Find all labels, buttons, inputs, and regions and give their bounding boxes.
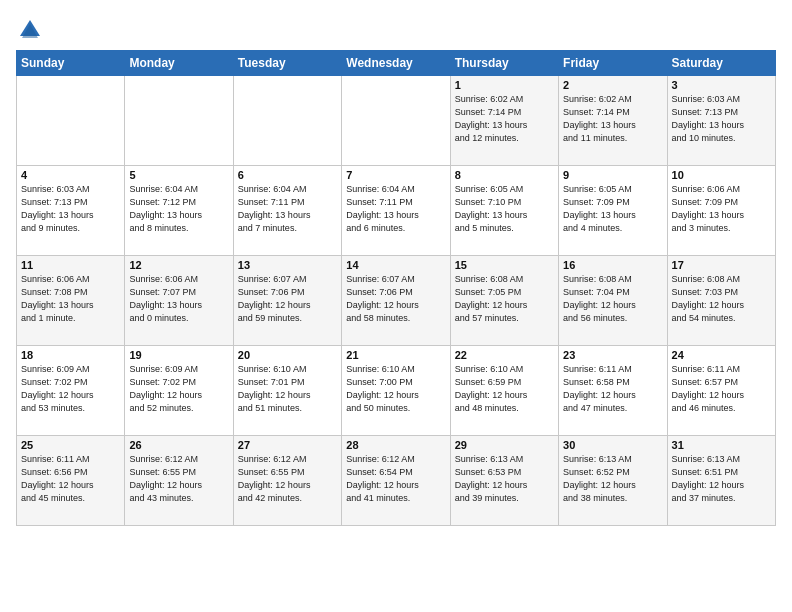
column-header-saturday: Saturday <box>667 51 775 76</box>
calendar-cell <box>233 76 341 166</box>
column-header-sunday: Sunday <box>17 51 125 76</box>
day-info: Sunrise: 6:06 AM Sunset: 7:07 PM Dayligh… <box>129 273 228 325</box>
day-number: 14 <box>346 259 445 271</box>
calendar-cell: 20Sunrise: 6:10 AM Sunset: 7:01 PM Dayli… <box>233 346 341 436</box>
day-info: Sunrise: 6:10 AM Sunset: 6:59 PM Dayligh… <box>455 363 554 415</box>
column-header-friday: Friday <box>559 51 667 76</box>
day-info: Sunrise: 6:08 AM Sunset: 7:05 PM Dayligh… <box>455 273 554 325</box>
calendar-cell: 19Sunrise: 6:09 AM Sunset: 7:02 PM Dayli… <box>125 346 233 436</box>
day-number: 25 <box>21 439 120 451</box>
day-number: 19 <box>129 349 228 361</box>
day-number: 8 <box>455 169 554 181</box>
calendar-week-row: 4Sunrise: 6:03 AM Sunset: 7:13 PM Daylig… <box>17 166 776 256</box>
day-info: Sunrise: 6:06 AM Sunset: 7:09 PM Dayligh… <box>672 183 771 235</box>
calendar-cell: 13Sunrise: 6:07 AM Sunset: 7:06 PM Dayli… <box>233 256 341 346</box>
day-number: 31 <box>672 439 771 451</box>
day-info: Sunrise: 6:07 AM Sunset: 7:06 PM Dayligh… <box>346 273 445 325</box>
day-info: Sunrise: 6:09 AM Sunset: 7:02 PM Dayligh… <box>21 363 120 415</box>
day-number: 13 <box>238 259 337 271</box>
calendar-cell: 22Sunrise: 6:10 AM Sunset: 6:59 PM Dayli… <box>450 346 558 436</box>
column-header-thursday: Thursday <box>450 51 558 76</box>
day-info: Sunrise: 6:11 AM Sunset: 6:57 PM Dayligh… <box>672 363 771 415</box>
calendar-cell: 27Sunrise: 6:12 AM Sunset: 6:55 PM Dayli… <box>233 436 341 526</box>
day-info: Sunrise: 6:09 AM Sunset: 7:02 PM Dayligh… <box>129 363 228 415</box>
calendar-cell: 9Sunrise: 6:05 AM Sunset: 7:09 PM Daylig… <box>559 166 667 256</box>
day-info: Sunrise: 6:12 AM Sunset: 6:55 PM Dayligh… <box>238 453 337 505</box>
day-number: 15 <box>455 259 554 271</box>
calendar-cell <box>17 76 125 166</box>
logo-icon <box>16 16 44 44</box>
day-number: 4 <box>21 169 120 181</box>
day-info: Sunrise: 6:04 AM Sunset: 7:12 PM Dayligh… <box>129 183 228 235</box>
day-number: 28 <box>346 439 445 451</box>
day-number: 23 <box>563 349 662 361</box>
calendar-header-row: SundayMondayTuesdayWednesdayThursdayFrid… <box>17 51 776 76</box>
day-info: Sunrise: 6:13 AM Sunset: 6:53 PM Dayligh… <box>455 453 554 505</box>
day-info: Sunrise: 6:08 AM Sunset: 7:04 PM Dayligh… <box>563 273 662 325</box>
calendar-cell: 15Sunrise: 6:08 AM Sunset: 7:05 PM Dayli… <box>450 256 558 346</box>
calendar-cell: 4Sunrise: 6:03 AM Sunset: 7:13 PM Daylig… <box>17 166 125 256</box>
day-info: Sunrise: 6:05 AM Sunset: 7:10 PM Dayligh… <box>455 183 554 235</box>
calendar-cell: 25Sunrise: 6:11 AM Sunset: 6:56 PM Dayli… <box>17 436 125 526</box>
day-number: 3 <box>672 79 771 91</box>
calendar-cell: 11Sunrise: 6:06 AM Sunset: 7:08 PM Dayli… <box>17 256 125 346</box>
calendar-cell: 6Sunrise: 6:04 AM Sunset: 7:11 PM Daylig… <box>233 166 341 256</box>
day-number: 2 <box>563 79 662 91</box>
calendar-cell <box>342 76 450 166</box>
day-number: 24 <box>672 349 771 361</box>
day-info: Sunrise: 6:03 AM Sunset: 7:13 PM Dayligh… <box>672 93 771 145</box>
day-info: Sunrise: 6:04 AM Sunset: 7:11 PM Dayligh… <box>346 183 445 235</box>
calendar-cell: 14Sunrise: 6:07 AM Sunset: 7:06 PM Dayli… <box>342 256 450 346</box>
day-number: 29 <box>455 439 554 451</box>
day-info: Sunrise: 6:02 AM Sunset: 7:14 PM Dayligh… <box>455 93 554 145</box>
day-number: 16 <box>563 259 662 271</box>
calendar-cell: 18Sunrise: 6:09 AM Sunset: 7:02 PM Dayli… <box>17 346 125 436</box>
calendar-cell: 17Sunrise: 6:08 AM Sunset: 7:03 PM Dayli… <box>667 256 775 346</box>
day-info: Sunrise: 6:07 AM Sunset: 7:06 PM Dayligh… <box>238 273 337 325</box>
day-info: Sunrise: 6:10 AM Sunset: 7:01 PM Dayligh… <box>238 363 337 415</box>
calendar-cell: 31Sunrise: 6:13 AM Sunset: 6:51 PM Dayli… <box>667 436 775 526</box>
day-info: Sunrise: 6:11 AM Sunset: 6:56 PM Dayligh… <box>21 453 120 505</box>
calendar-cell: 26Sunrise: 6:12 AM Sunset: 6:55 PM Dayli… <box>125 436 233 526</box>
calendar-cell <box>125 76 233 166</box>
day-number: 17 <box>672 259 771 271</box>
column-header-tuesday: Tuesday <box>233 51 341 76</box>
calendar-cell: 3Sunrise: 6:03 AM Sunset: 7:13 PM Daylig… <box>667 76 775 166</box>
column-header-wednesday: Wednesday <box>342 51 450 76</box>
day-info: Sunrise: 6:10 AM Sunset: 7:00 PM Dayligh… <box>346 363 445 415</box>
day-info: Sunrise: 6:04 AM Sunset: 7:11 PM Dayligh… <box>238 183 337 235</box>
calendar-cell: 24Sunrise: 6:11 AM Sunset: 6:57 PM Dayli… <box>667 346 775 436</box>
day-number: 1 <box>455 79 554 91</box>
day-number: 12 <box>129 259 228 271</box>
calendar-week-row: 18Sunrise: 6:09 AM Sunset: 7:02 PM Dayli… <box>17 346 776 436</box>
day-info: Sunrise: 6:13 AM Sunset: 6:52 PM Dayligh… <box>563 453 662 505</box>
calendar-week-row: 1Sunrise: 6:02 AM Sunset: 7:14 PM Daylig… <box>17 76 776 166</box>
calendar-cell: 1Sunrise: 6:02 AM Sunset: 7:14 PM Daylig… <box>450 76 558 166</box>
calendar-cell: 21Sunrise: 6:10 AM Sunset: 7:00 PM Dayli… <box>342 346 450 436</box>
calendar-cell: 12Sunrise: 6:06 AM Sunset: 7:07 PM Dayli… <box>125 256 233 346</box>
day-info: Sunrise: 6:05 AM Sunset: 7:09 PM Dayligh… <box>563 183 662 235</box>
day-info: Sunrise: 6:12 AM Sunset: 6:55 PM Dayligh… <box>129 453 228 505</box>
day-info: Sunrise: 6:08 AM Sunset: 7:03 PM Dayligh… <box>672 273 771 325</box>
calendar-cell: 10Sunrise: 6:06 AM Sunset: 7:09 PM Dayli… <box>667 166 775 256</box>
day-number: 30 <box>563 439 662 451</box>
calendar-cell: 29Sunrise: 6:13 AM Sunset: 6:53 PM Dayli… <box>450 436 558 526</box>
day-info: Sunrise: 6:02 AM Sunset: 7:14 PM Dayligh… <box>563 93 662 145</box>
calendar-cell: 7Sunrise: 6:04 AM Sunset: 7:11 PM Daylig… <box>342 166 450 256</box>
calendar-cell: 8Sunrise: 6:05 AM Sunset: 7:10 PM Daylig… <box>450 166 558 256</box>
calendar-cell: 16Sunrise: 6:08 AM Sunset: 7:04 PM Dayli… <box>559 256 667 346</box>
day-number: 6 <box>238 169 337 181</box>
column-header-monday: Monday <box>125 51 233 76</box>
day-info: Sunrise: 6:03 AM Sunset: 7:13 PM Dayligh… <box>21 183 120 235</box>
day-number: 20 <box>238 349 337 361</box>
calendar-cell: 28Sunrise: 6:12 AM Sunset: 6:54 PM Dayli… <box>342 436 450 526</box>
day-number: 26 <box>129 439 228 451</box>
calendar-week-row: 11Sunrise: 6:06 AM Sunset: 7:08 PM Dayli… <box>17 256 776 346</box>
day-number: 11 <box>21 259 120 271</box>
day-number: 21 <box>346 349 445 361</box>
day-info: Sunrise: 6:13 AM Sunset: 6:51 PM Dayligh… <box>672 453 771 505</box>
day-info: Sunrise: 6:12 AM Sunset: 6:54 PM Dayligh… <box>346 453 445 505</box>
day-number: 7 <box>346 169 445 181</box>
day-info: Sunrise: 6:06 AM Sunset: 7:08 PM Dayligh… <box>21 273 120 325</box>
day-number: 18 <box>21 349 120 361</box>
